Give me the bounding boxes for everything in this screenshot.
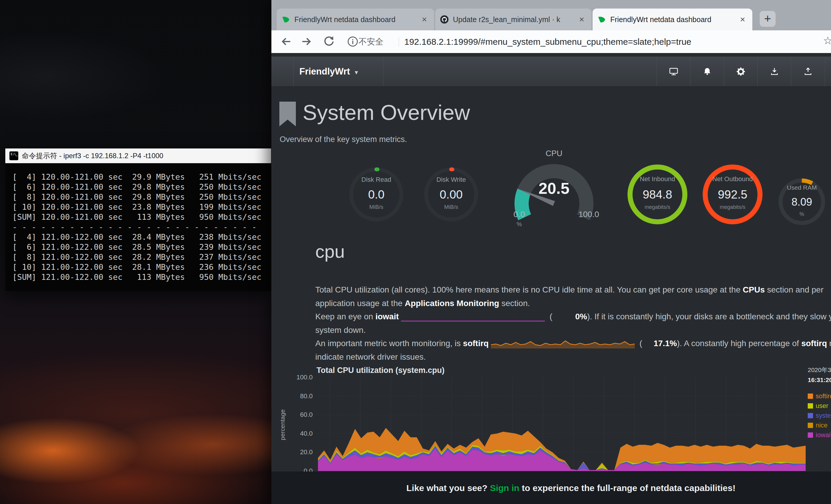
chevron-down-icon: ▾ <box>355 69 358 76</box>
gauge-units: % <box>506 221 533 228</box>
gauge-net-inbound[interactable]: Net Inbound 984.8 megabits/s <box>627 164 688 225</box>
forward-button[interactable] <box>300 35 313 48</box>
gauge-value: 8.09 <box>777 197 827 207</box>
gauge-value: 992.5 <box>701 188 764 200</box>
close-icon[interactable]: × <box>419 14 429 25</box>
emphasis-text: iowait <box>375 312 399 321</box>
new-tab-button[interactable]: + <box>760 11 776 27</box>
reload-button[interactable] <box>322 35 335 48</box>
gauge-max: 100.0 <box>575 210 602 219</box>
security-label[interactable]: 不安全 <box>359 30 383 53</box>
gauge-units: megabits/s <box>627 204 688 210</box>
download-button[interactable] <box>757 57 791 86</box>
legend-item[interactable]: softirq <box>808 392 831 402</box>
netdata-icon <box>597 15 606 24</box>
tab-title: FriendlyWrt netdata dashboard <box>294 15 415 24</box>
gauge-net-outbound[interactable]: Net Outbound 992.5 megabits/s <box>701 164 764 225</box>
netdata-icon <box>281 15 290 24</box>
browser-window: FriendlyWrt netdata dashboard × Update r… <box>271 0 831 504</box>
signin-text-pre: Like what you see? <box>406 483 490 493</box>
signin-bar: Like what you see? Sign in to experience… <box>271 472 831 504</box>
softirq-sparkline[interactable] <box>489 339 637 348</box>
upload-button[interactable] <box>791 57 825 86</box>
tab-strip: FriendlyWrt netdata dashboard × Update r… <box>271 0 831 30</box>
y-tick-label: 80.0 <box>271 392 313 400</box>
gauge-label: Net Inbound <box>627 176 688 182</box>
tab-github[interactable]: Update r2s_lean_minimal.yml · k × <box>435 8 592 30</box>
y-tick-label: 40.0 <box>271 430 313 438</box>
tab-friendlywrt-1[interactable]: FriendlyWrt netdata dashboard × <box>277 8 434 30</box>
sign-in-link[interactable]: Sign in <box>490 483 519 493</box>
terminal-title: 命令提示符 - iperf3 -c 192.168.1.2 -P4 -t1000 <box>22 151 163 160</box>
close-icon[interactable]: × <box>738 14 748 25</box>
legend-item[interactable]: system <box>808 412 831 421</box>
divider <box>383 57 383 86</box>
paragraph-text: section. <box>499 299 530 308</box>
close-icon[interactable]: × <box>577 14 587 25</box>
chart-legend: softirqusersystemniceiowait <box>808 392 831 441</box>
terminal-output: [ 4] 120.00-121.00 sec 29.9 MBytes 251 M… <box>5 163 271 291</box>
gauge-units: MiB/s <box>423 204 479 210</box>
emphasis-text: softirq <box>463 339 489 348</box>
tab-title: FriendlyWrt netdata dashboard <box>610 15 734 24</box>
legend-item[interactable]: iowait <box>808 431 831 441</box>
gauge-label: Disk Read <box>348 176 404 183</box>
paragraph-text: application usage at the <box>315 299 405 308</box>
legend-swatch <box>808 413 813 418</box>
legend-label: iowait <box>816 431 831 439</box>
iowait-sparkline[interactable] <box>399 312 547 321</box>
legend-swatch <box>808 393 813 399</box>
legend-swatch <box>808 423 813 428</box>
paragraph-text: 0% <box>552 310 587 323</box>
paragraph-text: ( <box>547 312 552 321</box>
gauge-disk-read[interactable]: Disk Read 0.0 MiB/s <box>348 167 404 223</box>
signin-text-post: to experience the full-range of netdata … <box>519 483 736 493</box>
back-button[interactable] <box>279 35 292 48</box>
bookmark-star-icon[interactable]: ☆ <box>823 34 831 47</box>
terminal-titlebar[interactable]: C:\_ 命令提示符 - iperf3 -c 192.168.1.2 -P4 -… <box>5 148 271 163</box>
tab-title: Update r2s_lean_minimal.yml · k <box>453 15 573 24</box>
paragraph-text: ). If it is constantly high, your disks … <box>587 312 831 321</box>
gauge-label: Net Outbound <box>701 176 764 182</box>
y-tick-label: 20.0 <box>271 448 313 456</box>
legend-item[interactable]: nice <box>808 421 831 431</box>
display-button[interactable] <box>657 57 690 86</box>
gauge-disk-write[interactable]: Disk Write 0.00 MiB/s <box>423 167 479 223</box>
legend-swatch <box>808 403 813 409</box>
legend-swatch <box>808 433 813 438</box>
gauge-used-ram[interactable]: Used RAM 8.09 % <box>777 177 827 227</box>
brand-dropdown[interactable]: FriendlyWrt▾ <box>299 57 358 86</box>
settings-gear-button[interactable] <box>724 57 757 86</box>
chart-title: Total CPU utilization (system.cpu) <box>316 366 445 375</box>
gauge-cpu[interactable]: 20.5 0.0 100.0 % <box>504 158 604 232</box>
divider <box>293 57 293 86</box>
paragraph-text: system down. <box>315 326 366 335</box>
desktop: C:\_ 命令提示符 - iperf3 -c 192.168.1.2 -P4 -… <box>0 0 831 504</box>
paragraph-text: ). A constantly high percentage of <box>677 339 801 348</box>
netdata-page: FriendlyWrt▾ <box>271 53 831 504</box>
github-icon <box>440 15 449 24</box>
chart-time: 16:31:20 <box>808 377 831 384</box>
tab-friendlywrt-2-active[interactable]: FriendlyWrt netdata dashboard × <box>593 8 752 30</box>
url-field[interactable]: 192.168.2.1:19999/#menu_system_submenu_c… <box>404 30 691 53</box>
legend-item[interactable]: user <box>808 402 831 412</box>
alarms-bell-button[interactable] <box>690 57 724 86</box>
legend-label: nice <box>816 421 828 429</box>
gauge-label: Used RAM <box>777 184 827 190</box>
gauge-value: 984.8 <box>627 188 688 200</box>
cpu-paragraph: Total CPU utilization (all cores). 100% … <box>315 283 831 363</box>
paragraph-text: 17.1% <box>642 337 677 350</box>
site-info-icon[interactable] <box>347 36 360 49</box>
y-axis-label: percentage <box>279 409 286 440</box>
paragraph-text: Total CPU utilization (all cores). 100% … <box>315 285 743 294</box>
paragraph-text: section and per <box>765 285 823 294</box>
gauge-value: 20.5 <box>504 179 604 197</box>
gauge-label: Disk Write <box>423 176 479 183</box>
terminal-window[interactable]: C:\_ 命令提示符 - iperf3 -c 192.168.1.2 -P4 -… <box>5 148 271 291</box>
cpu-chart-svg[interactable] <box>318 377 806 471</box>
y-tick-label: 60.0 <box>271 411 313 419</box>
url-separator <box>399 37 399 47</box>
paragraph-text: may <box>827 339 831 348</box>
emphasis-text: Applications Monitoring <box>405 299 499 308</box>
page-subtitle: Overview of the key system metrics. <box>280 135 407 144</box>
